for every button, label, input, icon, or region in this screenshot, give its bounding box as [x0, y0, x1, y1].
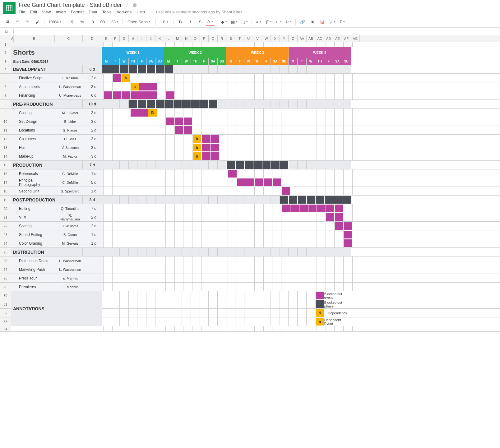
cell[interactable]: [326, 82, 335, 91]
cell[interactable]: [264, 239, 273, 247]
cell[interactable]: [219, 152, 228, 160]
cell[interactable]: [192, 74, 201, 82]
cell[interactable]: [272, 204, 281, 213]
cell[interactable]: [129, 291, 138, 300]
cell[interactable]: [175, 256, 184, 265]
cell[interactable]: Distribution Deals: [15, 256, 56, 265]
cell[interactable]: [290, 74, 299, 82]
cell[interactable]: 3 d: [84, 82, 104, 91]
cell[interactable]: [219, 178, 228, 187]
cell[interactable]: [113, 117, 122, 126]
cell[interactable]: [139, 265, 148, 274]
cell[interactable]: [264, 283, 273, 291]
cell[interactable]: [237, 74, 246, 82]
cell[interactable]: [299, 326, 308, 331]
cell[interactable]: [121, 187, 130, 195]
row-header[interactable]: 33: [0, 317, 11, 326]
cell[interactable]: [175, 222, 184, 230]
cell[interactable]: [342, 196, 351, 204]
cell[interactable]: [218, 300, 227, 308]
row-header[interactable]: 15: [0, 161, 11, 169]
cell[interactable]: [157, 152, 166, 160]
cell[interactable]: [129, 309, 138, 317]
cell[interactable]: [11, 256, 15, 265]
cell[interactable]: a: [130, 82, 139, 91]
cell[interactable]: [281, 42, 290, 47]
cell[interactable]: [299, 256, 308, 265]
cell[interactable]: [210, 274, 219, 282]
cell[interactable]: [175, 178, 184, 187]
cell[interactable]: [130, 213, 139, 221]
cell[interactable]: [148, 143, 157, 152]
cell[interactable]: [272, 42, 281, 47]
day-header[interactable]: F: [262, 58, 271, 65]
cell[interactable]: [289, 248, 298, 256]
cell[interactable]: [210, 143, 219, 152]
phase-name[interactable]: DISTRIBUTION: [11, 248, 83, 256]
text-color-button[interactable]: A: [206, 17, 215, 26]
cell[interactable]: [324, 248, 333, 256]
cell[interactable]: [244, 317, 253, 326]
cell[interactable]: [201, 91, 211, 99]
merge-cells-icon[interactable]: ⬚: [240, 17, 249, 26]
cell[interactable]: [228, 143, 237, 152]
cell[interactable]: [113, 274, 122, 282]
cell[interactable]: [272, 109, 281, 117]
column-header[interactable]: Z: [289, 35, 298, 42]
cell[interactable]: [157, 230, 166, 239]
cell[interactable]: [226, 309, 235, 317]
cell[interactable]: [113, 187, 122, 195]
cell[interactable]: [272, 222, 281, 230]
row-header[interactable]: 19: [0, 196, 11, 204]
cell[interactable]: [210, 222, 219, 230]
cell[interactable]: [182, 161, 191, 169]
cell[interactable]: [157, 239, 166, 247]
cell[interactable]: [192, 274, 201, 282]
cell[interactable]: [173, 65, 182, 73]
cell[interactable]: [246, 126, 255, 134]
cell[interactable]: [11, 135, 15, 143]
cell[interactable]: [166, 152, 175, 160]
cell[interactable]: 3 d: [84, 135, 104, 143]
column-header[interactable]: F: [111, 35, 120, 42]
cell[interactable]: [308, 143, 317, 152]
cell[interactable]: [183, 143, 192, 152]
row-header[interactable]: 16: [0, 169, 11, 178]
cell[interactable]: [84, 42, 104, 47]
cell[interactable]: [326, 265, 335, 274]
cell[interactable]: [148, 239, 157, 247]
cell[interactable]: [317, 109, 326, 117]
cell[interactable]: [210, 265, 219, 274]
cell[interactable]: [308, 222, 317, 230]
cell[interactable]: L. Wasserman: [56, 265, 84, 274]
cell[interactable]: [264, 82, 273, 91]
cell[interactable]: [130, 265, 139, 274]
fill-color-icon[interactable]: ◆: [220, 17, 229, 26]
cell[interactable]: [192, 117, 201, 126]
cell[interactable]: [173, 196, 182, 204]
row-header[interactable]: 22: [0, 222, 11, 230]
cell[interactable]: [246, 256, 255, 265]
column-header[interactable]: I: [137, 35, 146, 42]
cell[interactable]: [104, 82, 113, 91]
cell[interactable]: [237, 117, 246, 126]
cell[interactable]: [183, 265, 192, 274]
cell[interactable]: [255, 117, 264, 126]
cell[interactable]: [120, 161, 129, 169]
cell[interactable]: [255, 204, 264, 213]
column-header[interactable]: N: [182, 35, 191, 42]
cell[interactable]: [210, 187, 219, 195]
cell[interactable]: [148, 169, 157, 178]
cell[interactable]: [237, 178, 246, 187]
cell[interactable]: [11, 283, 15, 291]
cell[interactable]: [11, 152, 15, 160]
cell[interactable]: [166, 178, 175, 187]
cell[interactable]: [317, 42, 326, 47]
cell[interactable]: [11, 213, 15, 221]
cell[interactable]: [219, 117, 228, 126]
cell[interactable]: [272, 117, 281, 126]
cell[interactable]: [228, 135, 237, 143]
cell[interactable]: [146, 248, 155, 256]
cell[interactable]: [166, 169, 175, 178]
cell[interactable]: [218, 317, 227, 326]
